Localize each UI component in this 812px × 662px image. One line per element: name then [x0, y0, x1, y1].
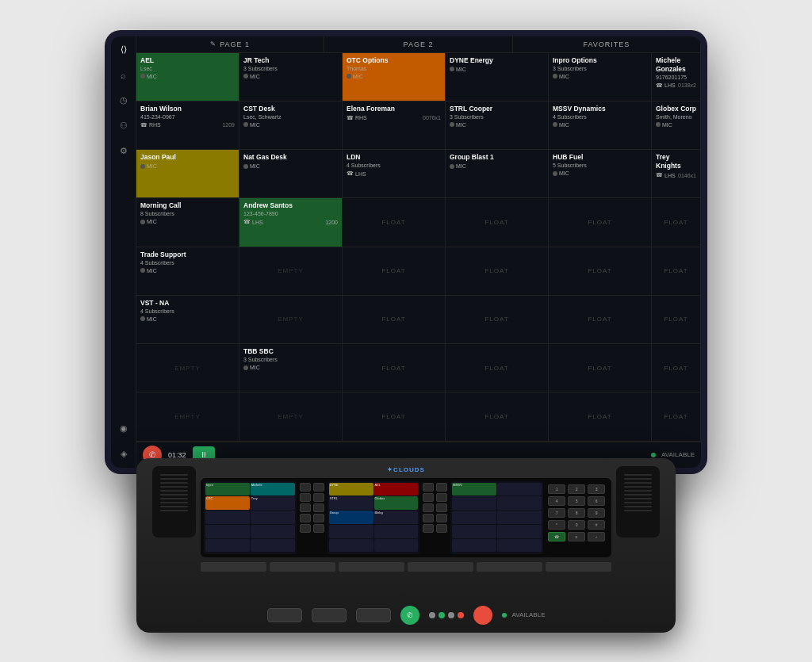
cell-treyknights[interactable]: Trey Knights ☎ LHS 0146x1	[652, 150, 701, 197]
ds-cell[interactable]: Trey	[251, 496, 295, 510]
cell-float-6-4[interactable]: FLOAT	[446, 296, 549, 343]
cell-empty-8-1[interactable]: EMPTY	[136, 392, 239, 440]
ds-cell[interactable]	[497, 496, 542, 510]
cell-elenaforeman[interactable]: Elena Foreman ☎ RHS 0076x1	[343, 101, 446, 149]
cell-float-6-6[interactable]: FLOAT	[652, 296, 701, 343]
ds-cell[interactable]	[497, 511, 542, 524]
ds-cell[interactable]	[205, 511, 250, 524]
device-end-button[interactable]	[473, 606, 492, 625]
key-button[interactable]	[436, 483, 447, 492]
cell-float-4-5[interactable]: FLOAT	[549, 198, 652, 246]
ds-cell[interactable]: OTC	[205, 496, 250, 510]
numpad-7[interactable]: 7	[548, 508, 565, 518]
cell-tbbsbc[interactable]: TBB SBC 3 Subscribers MIC	[239, 344, 343, 392]
cell-float-7-3[interactable]: FLOAT	[343, 344, 446, 392]
cell-float-7-6[interactable]: FLOAT	[652, 344, 701, 392]
key-button[interactable]	[313, 503, 324, 512]
numpad-1[interactable]: 1	[548, 484, 565, 494]
cell-float-4-3[interactable]: FLOAT	[343, 198, 446, 246]
ds-cell[interactable]	[497, 525, 542, 538]
cell-mssv[interactable]: MSSV Dynamics 4 Subscribers MIC	[549, 101, 652, 149]
ds-cell[interactable]	[374, 525, 419, 538]
func-button-2[interactable]	[546, 562, 611, 572]
arrows-icon[interactable]: ⟨⟩	[117, 43, 131, 57]
ds-cell[interactable]	[251, 539, 295, 553]
numpad-answer[interactable]: ☎	[548, 532, 565, 541]
edit-icon[interactable]: ✎	[210, 40, 216, 48]
next-button[interactable]	[270, 562, 335, 572]
search-icon[interactable]: ⌕	[117, 68, 131, 82]
ds-cell[interactable]	[251, 525, 295, 538]
cell-float-5-4[interactable]: FLOAT	[446, 247, 549, 295]
cell-ldn[interactable]: LDN 4 Subscribers ☎ LHS	[343, 150, 446, 197]
cell-jrtech[interactable]: JR Tech 3 Subscribers MIC	[239, 53, 343, 101]
key-button[interactable]	[300, 493, 311, 502]
cell-vstna[interactable]: VST - NA 4 Subscribers MIC	[136, 296, 239, 343]
key-button[interactable]	[423, 514, 434, 522]
cell-float-5-5[interactable]: FLOAT	[549, 247, 652, 295]
cell-tradesupport[interactable]: Trade Support 4 Subscribers MIC	[136, 247, 239, 295]
numpad-6[interactable]: 6	[588, 496, 605, 506]
cell-float-6-5[interactable]: FLOAT	[549, 296, 652, 343]
cell-empty-6-2[interactable]: EMPTY	[239, 296, 343, 343]
device-softkey-3[interactable]	[356, 608, 391, 622]
key-button[interactable]	[423, 493, 434, 502]
key-button[interactable]	[423, 483, 434, 492]
cell-andrewsantos[interactable]: Andrew Santos 123-456-7890 ☎ LHS 1200	[239, 198, 343, 246]
ds-cell[interactable]	[374, 539, 419, 553]
ds-cell[interactable]	[497, 483, 542, 496]
numpad-2[interactable]: 2	[568, 484, 585, 494]
cell-inpro[interactable]: Inpro Options 3 Subscribers MIC	[549, 53, 652, 101]
device-answer-button[interactable]: ✆	[400, 606, 419, 625]
key-button[interactable]	[313, 524, 324, 533]
cell-natgas[interactable]: Nat Gas Desk MIC	[239, 150, 343, 197]
numpad-star[interactable]: *	[548, 520, 565, 530]
numpad-9[interactable]: 9	[588, 508, 605, 518]
key-button[interactable]	[436, 514, 447, 522]
key-button[interactable]	[436, 503, 447, 512]
cell-float-4-6[interactable]: FLOAT	[652, 198, 701, 246]
ds-cell[interactable]: Globex	[374, 496, 419, 510]
cell-float-8-4[interactable]: FLOAT	[446, 392, 549, 440]
numpad-vol[interactable]: ♪	[588, 532, 605, 541]
prev-button[interactable]	[201, 562, 266, 572]
ds-cell[interactable]	[452, 511, 496, 524]
cell-float-5-3[interactable]: FLOAT	[343, 247, 446, 295]
ds-cell[interactable]	[452, 525, 496, 538]
ds-cell[interactable]: STRL	[329, 496, 373, 510]
ds-cell[interactable]	[205, 525, 250, 538]
ds-cell[interactable]: Blnbg	[374, 511, 419, 524]
cell-float-5-6[interactable]: FLOAT	[652, 247, 701, 295]
cell-strlcooper[interactable]: STRL Cooper 3 Subscribers MIC	[446, 101, 549, 149]
cell-float-4-4[interactable]: FLOAT	[446, 198, 549, 246]
numpad-3[interactable]: 3	[588, 484, 605, 494]
key-button[interactable]	[436, 493, 447, 502]
ds-cell[interactable]: Michele	[251, 483, 295, 496]
ds-cell[interactable]	[329, 539, 373, 553]
numpad-5[interactable]: 5	[568, 496, 585, 506]
person-icon[interactable]: ◉	[117, 422, 131, 436]
cell-dyne[interactable]: DYNE Energy MIC	[446, 53, 549, 101]
cell-float-7-4[interactable]: FLOAT	[446, 344, 549, 392]
numpad-4[interactable]: 4	[548, 496, 565, 506]
ds-cell[interactable]	[251, 511, 295, 524]
cell-float-7-5[interactable]: FLOAT	[549, 344, 652, 392]
cell-float-6-3[interactable]: FLOAT	[343, 296, 446, 343]
key-button[interactable]	[423, 503, 434, 512]
history-icon[interactable]: ◷	[117, 94, 131, 108]
ds-cell[interactable]	[497, 539, 542, 553]
cell-empty-8-2[interactable]: EMPTY	[239, 392, 343, 440]
cell-michelegonzales[interactable]: Michele Gonzales 9176201175 ☎ LHS 0138x2	[652, 53, 701, 101]
users-icon[interactable]: ⚇	[117, 119, 131, 133]
cell-globexcorp[interactable]: Globex Corp Smith, Moreno MIC	[652, 101, 701, 149]
key-button[interactable]	[300, 514, 311, 522]
ds-cell[interactable]	[452, 539, 496, 553]
key-button[interactable]	[436, 524, 447, 533]
key-button[interactable]	[300, 524, 311, 533]
ds-cell[interactable]	[452, 496, 496, 510]
ds-cell[interactable]: MSSV	[452, 483, 496, 496]
cell-groupblast[interactable]: Group Blast 1 MIC	[446, 150, 549, 197]
ds-cell[interactable]	[329, 525, 373, 538]
gear-icon[interactable]: ⚙	[117, 144, 131, 159]
cell-brianwilson[interactable]: Brian Wilson 415-234-0967 ☎ RHS 1209	[136, 101, 239, 149]
